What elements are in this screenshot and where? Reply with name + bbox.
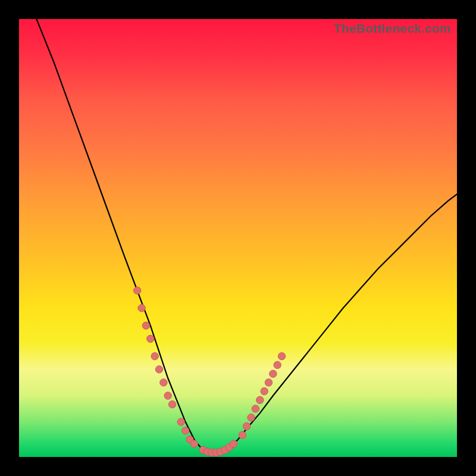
plot-area: TheBottleneck.com bbox=[19, 19, 457, 457]
marker-dot bbox=[248, 414, 255, 421]
marker-dot bbox=[168, 401, 176, 408]
marker-dot bbox=[160, 379, 167, 386]
marker-dot bbox=[230, 440, 237, 447]
marker-dot bbox=[155, 366, 162, 373]
marker-dot bbox=[256, 396, 264, 403]
marker-dot bbox=[177, 418, 184, 425]
marker-dot bbox=[138, 305, 145, 312]
marker-dot bbox=[261, 387, 268, 394]
marker-dot bbox=[182, 427, 189, 434]
curve-svg bbox=[19, 19, 457, 457]
marker-dot bbox=[142, 322, 149, 329]
marker-dots-group bbox=[134, 287, 286, 456]
marker-dot bbox=[270, 370, 277, 377]
marker-dot bbox=[147, 335, 154, 342]
marker-dot bbox=[243, 422, 250, 430]
chart-frame: TheBottleneck.com bbox=[0, 0, 476, 476]
marker-dot bbox=[265, 379, 272, 386]
marker-dot bbox=[151, 353, 158, 360]
marker-dot bbox=[239, 431, 246, 439]
bottleneck-curve bbox=[36, 19, 457, 453]
marker-dot bbox=[190, 440, 198, 447]
marker-dot bbox=[134, 287, 141, 294]
marker-dot bbox=[274, 361, 281, 368]
marker-dot bbox=[164, 392, 171, 399]
marker-dot bbox=[278, 353, 285, 360]
marker-dot bbox=[252, 405, 259, 412]
